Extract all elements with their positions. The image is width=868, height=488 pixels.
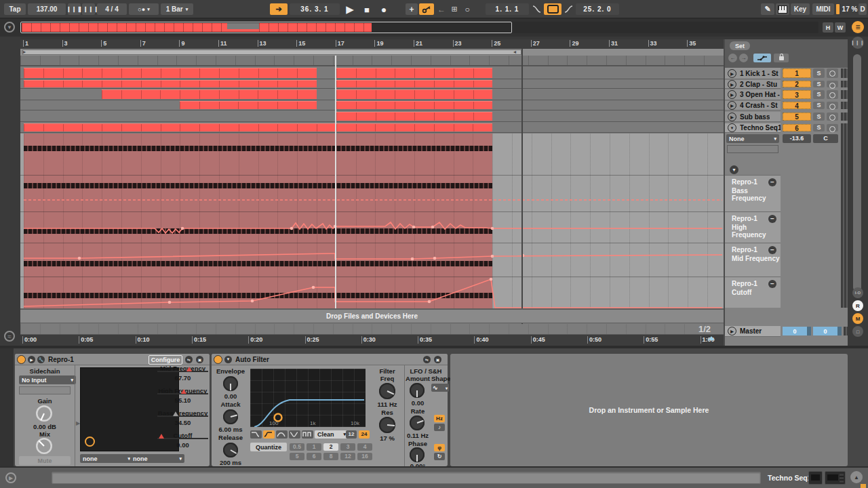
- slider-marker[interactable]: [181, 389, 186, 394]
- breakpoint[interactable]: [491, 227, 494, 230]
- follow-button[interactable]: ➔: [270, 3, 288, 15]
- midi-track-in-indicator[interactable]: [808, 471, 823, 485]
- slider-marker[interactable]: [186, 367, 192, 371]
- hot-swap-icon[interactable]: ⇆: [423, 356, 431, 363]
- arm-button[interactable]: [827, 90, 838, 99]
- mixer-section-toggle[interactable]: M: [852, 313, 863, 324]
- play-icon[interactable]: ▶: [728, 113, 736, 121]
- save-preset-icon[interactable]: ▣: [434, 356, 441, 363]
- quantize-cell-1[interactable]: 1: [307, 443, 321, 451]
- device-view-side-tab[interactable]: [0, 348, 14, 469]
- slider-track[interactable]: [157, 415, 208, 417]
- quantize-cell-12[interactable]: 12: [340, 453, 355, 460]
- automation-lane-header[interactable]: Repro-1Mid Frequency−: [725, 243, 781, 277]
- breakpoint[interactable]: [490, 278, 493, 281]
- slider-marker[interactable]: [159, 434, 164, 439]
- track-number-button[interactable]: 1: [783, 68, 811, 78]
- arm-button[interactable]: [827, 68, 838, 78]
- envelope-amount-value[interactable]: 0.00: [212, 392, 250, 400]
- fold-device-icon[interactable]: ▼: [224, 356, 232, 363]
- gain-knob[interactable]: [36, 405, 52, 422]
- track-header-1[interactable]: ▶1 Kick 1 - St: [725, 68, 781, 79]
- play-button[interactable]: ▶: [342, 2, 358, 17]
- play-icon[interactable]: ▶: [728, 80, 736, 89]
- quantize-cell-0.5[interactable]: 0.5: [290, 443, 304, 451]
- automation-mode-toggle[interactable]: [753, 54, 771, 62]
- device-on-toggle[interactable]: [17, 355, 26, 364]
- xy-param-a-select[interactable]: none▾: [80, 454, 133, 463]
- res-knob[interactable]: [379, 417, 395, 433]
- drop-files-row[interactable]: Drop Files and Devices Here: [20, 308, 724, 323]
- filter-type-bandpass[interactable]: [276, 430, 288, 439]
- back-to-arrangement-button[interactable]: ←: [435, 3, 448, 15]
- solo-button[interactable]: S: [813, 113, 825, 121]
- nudge-up-button[interactable]: ❙❙❙❙: [82, 3, 95, 15]
- slider-value[interactable]: 34.50: [157, 419, 208, 426]
- param-slider-cutoff[interactable]: Cutoff0.00: [157, 432, 208, 452]
- history-back-button[interactable]: ←: [728, 54, 737, 62]
- solo-button[interactable]: S: [813, 102, 825, 109]
- arm-button[interactable]: [827, 102, 838, 109]
- rate-hz-toggle[interactable]: Hz: [434, 415, 445, 422]
- help-view-toggle[interactable]: ▶: [5, 472, 16, 483]
- breakpoint[interactable]: [168, 301, 172, 304]
- track-number-button[interactable]: 2: [783, 81, 811, 87]
- loop-start-display[interactable]: 1. 1. 1: [486, 3, 529, 15]
- metronome-toggle[interactable]: ○●▾: [129, 3, 159, 15]
- track-header-5[interactable]: ▶Sub bass: [725, 112, 781, 122]
- track-number-button[interactable]: 4: [783, 102, 811, 109]
- quantize-button[interactable]: Quantize: [250, 443, 287, 451]
- repro1-device[interactable]: ▶ 🔧 Repro-1 Configure ⇆ ▣ Sidechain No I…: [15, 354, 210, 466]
- filter-display[interactable]: 100 1k 10k: [250, 369, 366, 427]
- slider-track[interactable]: [157, 371, 208, 372]
- solo-button[interactable]: S: [813, 90, 825, 99]
- remove-lane-button[interactable]: −: [768, 280, 776, 288]
- filter-type-notch[interactable]: [289, 430, 300, 439]
- key-map-button[interactable]: Key: [791, 3, 810, 15]
- slider-value[interactable]: 55.10: [157, 396, 208, 404]
- draw-mode-toggle[interactable]: ○: [461, 3, 473, 15]
- autofilter-title-bar[interactable]: ▼ Auto Filter ⇆ ▣: [212, 354, 448, 365]
- slider-marker[interactable]: [173, 411, 178, 416]
- track-number-button[interactable]: 3: [783, 90, 811, 99]
- track-header-4[interactable]: ▶4 Crash - St: [725, 101, 781, 110]
- envelope-amount-knob[interactable]: [223, 376, 238, 391]
- filter-type-lowpass[interactable]: [250, 430, 262, 439]
- track-number-button[interactable]: 5: [783, 113, 811, 121]
- breakpoint[interactable]: [431, 226, 435, 229]
- sidechain-slot[interactable]: [19, 386, 71, 394]
- play-icon[interactable]: ▶: [728, 327, 736, 336]
- slope-12-toggle[interactable]: 12: [346, 430, 357, 439]
- automation-lane-header[interactable]: Repro-1High Frequency−: [725, 211, 781, 243]
- io-section-toggle[interactable]: I-O: [852, 287, 863, 298]
- automation-lane-header[interactable]: Repro-1Cutoff−: [725, 277, 781, 308]
- quantize-cell-8[interactable]: 8: [323, 453, 338, 460]
- mute-button[interactable]: Mute: [19, 456, 71, 465]
- record-button[interactable]: ●: [376, 2, 392, 17]
- tap-tempo-button[interactable]: Tap: [4, 3, 26, 15]
- param-slider-high-frequency[interactable]: High Frequency55.10: [157, 387, 208, 407]
- quantize-cell-3[interactable]: 3: [340, 443, 355, 451]
- remove-lane-button[interactable]: −: [768, 246, 776, 254]
- techno-routing-select[interactable]: None▾: [726, 134, 779, 143]
- lfo-amount-knob[interactable]: [410, 383, 425, 398]
- release-knob[interactable]: [223, 443, 238, 458]
- breakpoint[interactable]: [181, 227, 184, 230]
- status-expand-toggle[interactable]: ▲: [850, 471, 863, 483]
- breakpoint[interactable]: [290, 227, 294, 230]
- track-number-button[interactable]: 6: [783, 124, 811, 131]
- breakpoint[interactable]: [312, 286, 315, 289]
- quantization-menu[interactable]: 1 Bar▾: [161, 3, 193, 15]
- track-header-3[interactable]: ▶3 Open Hat -: [725, 89, 781, 100]
- quantize-cell-5[interactable]: 5: [290, 453, 304, 460]
- breakpoint[interactable]: [412, 226, 416, 229]
- envelope-mid-frequency[interactable]: [24, 253, 722, 259]
- master-track-row[interactable]: ▶ Master 0 0: [725, 326, 849, 336]
- loop-toggle[interactable]: [544, 3, 561, 15]
- plus-button[interactable]: +: [406, 3, 418, 15]
- techno-volume-field[interactable]: -13.6: [783, 134, 811, 143]
- zoom-level-label[interactable]: 1/2: [698, 324, 711, 334]
- history-forward-button[interactable]: →: [739, 54, 748, 62]
- arm-button[interactable]: [827, 81, 838, 87]
- time-ruler[interactable]: 0:000:050:100:150:200:250:300:350:400:45…: [20, 335, 724, 346]
